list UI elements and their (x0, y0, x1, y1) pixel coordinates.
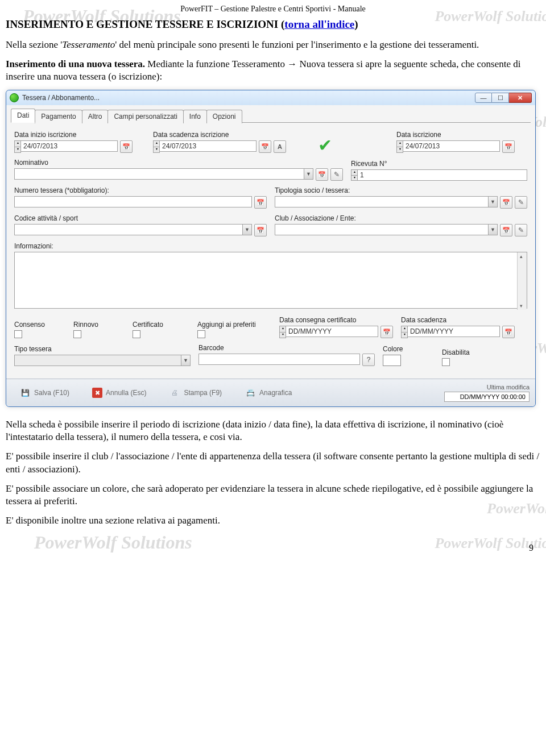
edit-icon[interactable] (515, 224, 527, 236)
label-data-scadenza: Data scadenza iscrizione (153, 131, 301, 139)
close-button[interactable]: ✕ (509, 93, 532, 103)
back-to-index-link[interactable]: torna all'indice (284, 18, 354, 30)
paragraph: Nella scheda è possibile inserire il per… (6, 418, 540, 443)
label-tipo-tessera: Tipo tessera (14, 345, 191, 353)
app-icon (10, 93, 19, 102)
paragraph: E' possibile associare un colore, che sa… (6, 483, 540, 508)
label-disabilita: Disabilita (442, 348, 493, 356)
tab-info[interactable]: Info (183, 110, 207, 123)
tessera-window: Tessera / Abbonamento... — ☐ ✕ Dati Paga… (6, 90, 536, 407)
anagrafica-button[interactable]: Anagrafica (237, 384, 299, 401)
calendar-icon[interactable] (502, 140, 515, 153)
label-data-inizio: Data inizio iscrizione (14, 131, 145, 139)
label-data-iscrizione: Data iscrizione (396, 131, 527, 139)
intro-paragraph-2: Inserimento di una nuova tessera. Median… (6, 58, 540, 83)
tipo-tessera-combo[interactable]: ▼ (14, 355, 191, 366)
check-icon: ✔ (315, 137, 335, 153)
stampa-button[interactable]: Stampa (F9) (162, 384, 229, 401)
numero-tessera-input[interactable] (14, 196, 252, 207)
label-data-scadenza-cert: Data scadenza (401, 316, 515, 324)
help-icon[interactable] (362, 354, 375, 366)
edit-icon[interactable] (515, 196, 527, 209)
lookup-icon[interactable] (254, 196, 267, 209)
label-codice-attivita: Codice attività / sport (14, 214, 267, 222)
data-scadenza-input[interactable] (160, 140, 257, 152)
label-certificato: Certificato (133, 321, 189, 329)
ultima-modifica: Ultima modifica DD/MM/YYYY 00:00:00 (444, 384, 530, 402)
footer-bar: Salva (F10) Annulla (Esc) Stampa (F9) An… (6, 379, 535, 406)
save-icon (19, 387, 31, 398)
salva-button[interactable]: Salva (F10) (12, 384, 77, 401)
titlebar: Tessera / Abbonamento... — ☐ ✕ (6, 90, 535, 105)
informazioni-textarea[interactable] (14, 252, 527, 309)
data-scadenza-cert-input[interactable] (408, 326, 500, 337)
tab-dati[interactable]: Dati (11, 109, 35, 123)
rinnovo-checkbox[interactable] (73, 330, 81, 338)
tipologia-combo[interactable]: ▼ (275, 196, 498, 207)
nominativo-combo[interactable]: ▼ (14, 168, 313, 180)
lookup-icon[interactable] (316, 168, 328, 181)
label-colore: Colore (383, 345, 434, 353)
window-title: Tessera / Abbonamento... (22, 94, 100, 102)
label-tipologia: Tipologia socio / tessera: (275, 186, 527, 194)
section-heading: INSERIMENTO E GESTIONE TESSERE E ISCRIZI… (6, 18, 540, 31)
paragraph: E' disponibile inoltre una sezione relat… (6, 514, 540, 527)
colore-swatch[interactable] (383, 355, 401, 366)
ricevuta-input[interactable] (358, 169, 527, 181)
annulla-button[interactable]: Annulla (Esc) (85, 385, 154, 401)
data-inizio-input[interactable] (21, 140, 118, 152)
label-data-consegna-cert: Data consegna certificato (279, 316, 393, 324)
label-ricevuta: Ricevuta N° (351, 160, 527, 168)
card-icon (245, 387, 256, 398)
intro-paragraph-1: Nella sezione 'Tesseramento' del menù pr… (6, 39, 540, 51)
calendar-icon[interactable] (120, 140, 133, 153)
tab-opzioni[interactable]: Opzioni (206, 110, 242, 123)
maximize-button[interactable]: ☐ (492, 93, 509, 103)
label-rinnovo: Rinnovo (73, 321, 125, 329)
label-club: Club / Associazione / Ente: (275, 214, 527, 222)
certificato-checkbox[interactable] (133, 330, 140, 338)
data-iscrizione-input[interactable] (403, 140, 500, 152)
label-numero-tessera: Numero tessera (*obbligatorio): (14, 186, 267, 194)
calendar-icon[interactable] (259, 140, 271, 153)
section-title-text: INSERIMENTO E GESTIONE TESSERE E ISCRIZI… (6, 18, 284, 30)
auto-button[interactable] (274, 140, 286, 153)
print-icon (169, 387, 180, 398)
ultima-modifica-value: DD/MM/YYYY 00:00:00 (444, 392, 530, 402)
page-number: 9 (529, 543, 533, 553)
tab-pagamento[interactable]: Pagamento (35, 110, 82, 123)
lookup-icon[interactable] (254, 224, 267, 236)
tab-strip: Dati Pagamento Altro Campi personalizzat… (11, 109, 531, 123)
consenso-checkbox[interactable] (14, 330, 22, 338)
calendar-icon[interactable] (380, 326, 393, 338)
barcode-input[interactable] (198, 354, 360, 365)
tab-altro[interactable]: Altro (82, 110, 109, 123)
doc-header: PowerFIT – Gestione Palestre e Centri Sp… (6, 5, 540, 14)
preferiti-checkbox[interactable] (197, 330, 205, 338)
paragraph: E' possibile inserire il club / l'associ… (6, 450, 540, 475)
cancel-icon (92, 388, 102, 398)
label-informazioni: Informazioni: (14, 242, 527, 250)
lookup-icon[interactable] (500, 196, 512, 209)
label-preferiti: Aggiungi ai preferiti (197, 321, 271, 329)
label-nominativo: Nominativo (14, 159, 343, 167)
codice-attivita-combo[interactable]: ▼ (14, 224, 252, 235)
data-consegna-cert-input[interactable] (286, 326, 378, 337)
tab-campi-personalizzati[interactable]: Campi personalizzati (107, 110, 183, 123)
calendar-icon[interactable] (502, 326, 515, 338)
label-barcode: Barcode (198, 344, 375, 352)
minimize-button[interactable]: — (475, 93, 492, 103)
edit-icon[interactable] (330, 168, 343, 181)
disabilita-checkbox[interactable] (442, 358, 450, 366)
scrollbar[interactable] (517, 252, 527, 310)
club-combo[interactable]: ▼ (275, 224, 498, 235)
lookup-icon[interactable] (500, 224, 512, 236)
label-consenso: Consenso (14, 321, 65, 329)
